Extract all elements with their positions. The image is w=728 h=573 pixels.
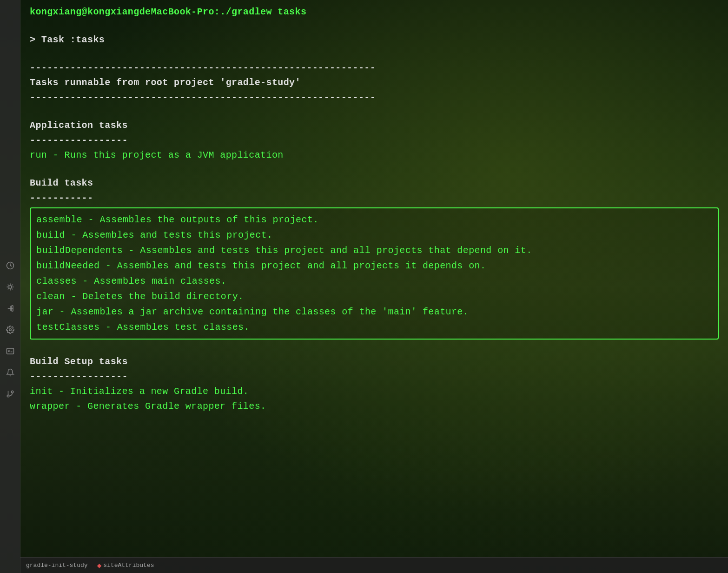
bottom-bar-attributes: siteAttributes (103, 562, 154, 569)
svg-point-5 (9, 329, 11, 331)
branch-icon[interactable] (5, 389, 15, 399)
task-header: > Task :tasks (30, 33, 719, 47)
build-tasks-separator: ----------- (30, 191, 719, 206)
jar-task: jar - Assembles a jar archive containing… (36, 304, 712, 320)
application-tasks-separator: ----------------- (30, 133, 719, 148)
clock-icon[interactable] (5, 260, 15, 271)
test-classes-task: testClasses - Assembles test classes. (36, 320, 712, 335)
init-task: init - Initializes a new Gradle build. (30, 384, 719, 399)
separator-bottom: ----------------------------------------… (30, 90, 719, 105)
run-task: run - Runs this project as a JVM applica… (30, 148, 719, 163)
bottom-bar: gradle-init-study ◆ siteAttributes (20, 557, 728, 573)
wrapper-task: wrapper - Generates Gradle wrapper files… (30, 399, 719, 414)
settings-icon[interactable] (5, 325, 15, 335)
prompt-line: kongxiang@kongxiangdeMacBook-Pro:./gradl… (30, 5, 719, 20)
bottom-bar-diamond: ◆ (97, 561, 102, 570)
empty-line-1 (30, 20, 719, 33)
empty-line-5 (30, 341, 719, 354)
build-tasks-box: assemble - Assembles the outputs of this… (30, 207, 719, 340)
bottom-bar-project: gradle-init-study (26, 562, 88, 569)
empty-line-2 (30, 47, 719, 60)
build-dependents-task: buildDependents - Assembles and tests th… (36, 243, 712, 258)
build-tasks-header: Build tasks (30, 176, 719, 191)
tasks-runnable-label: Tasks runnable from root project 'gradle… (30, 75, 719, 90)
regex-icon[interactable] (5, 282, 15, 292)
svg-point-12 (7, 395, 9, 397)
assemble-task: assemble - Assembles the outputs of this… (36, 212, 712, 227)
build-setup-tasks-separator: ----------------- (30, 369, 719, 384)
terminal-icon[interactable] (5, 346, 15, 356)
svg-point-1 (9, 286, 12, 288)
separator-top: ----------------------------------------… (30, 60, 719, 75)
svg-rect-6 (7, 348, 13, 354)
terminal-content: kongxiang@kongxiangdeMacBook-Pro:./gradl… (30, 0, 719, 423)
build-task: build - Assembles and tests this project… (36, 227, 712, 243)
bell-icon[interactable] (5, 367, 15, 378)
classes-task: classes - Assembles main classes. (36, 273, 712, 289)
svg-point-11 (11, 391, 13, 393)
insert-icon[interactable] (5, 303, 15, 313)
sidebar (0, 0, 20, 573)
terminal-panel: kongxiang@kongxiangdeMacBook-Pro:./gradl… (20, 0, 728, 573)
clean-task: clean - Deletes the build directory. (36, 289, 712, 304)
build-setup-tasks-header: Build Setup tasks (30, 354, 719, 369)
empty-line-4 (30, 163, 719, 176)
build-needed-task: buildNeeded - Assembles and tests this p… (36, 258, 712, 273)
application-tasks-header: Application tasks (30, 118, 719, 133)
empty-line-3 (30, 105, 719, 118)
